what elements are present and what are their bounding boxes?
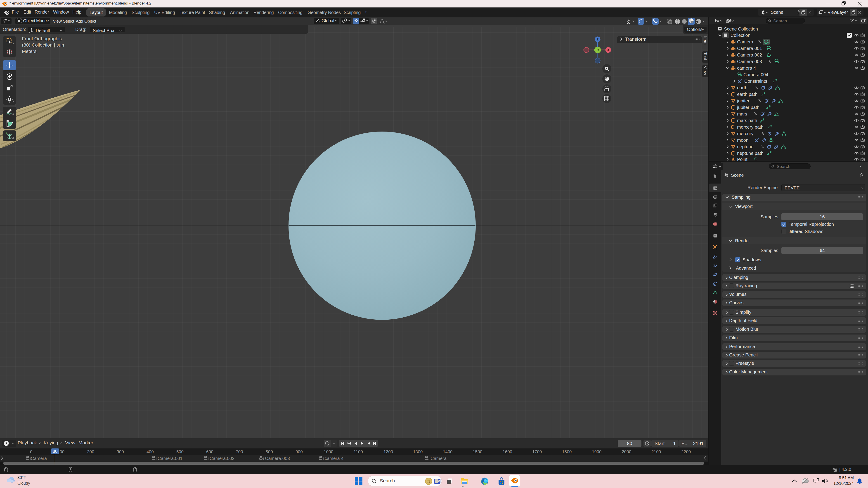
svg-text:X: X <box>607 48 609 52</box>
svg-text:Y: Y <box>597 48 599 52</box>
svg-text:Z: Z <box>597 37 599 41</box>
